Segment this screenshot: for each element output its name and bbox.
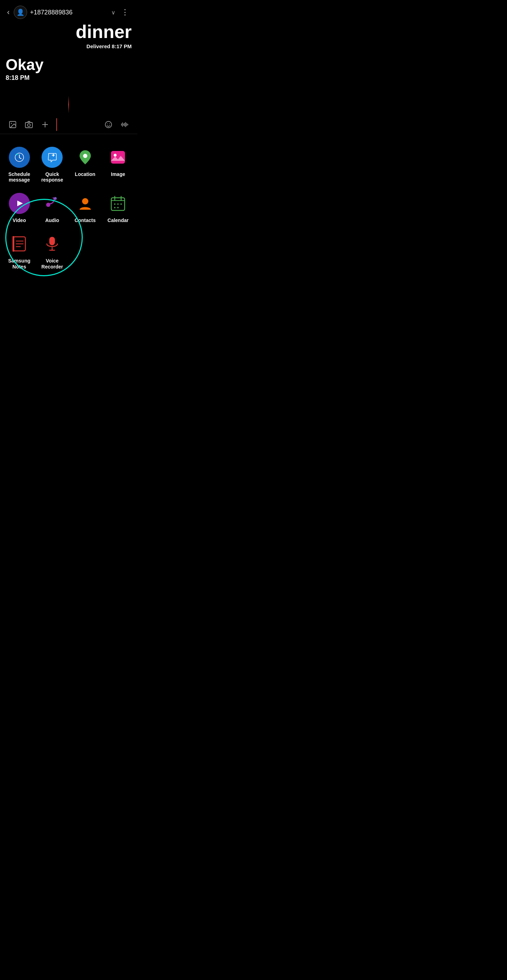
svg-point-24	[54, 197, 57, 200]
svg-point-1	[11, 123, 12, 124]
action-schedule-message[interactable]: Schedulemessage	[3, 143, 36, 189]
samsung-notes-icon	[9, 233, 30, 255]
message-okay: Okay 8:18 PM	[6, 56, 132, 81]
camera-button[interactable]	[22, 118, 36, 132]
message-text-okay: Okay	[6, 56, 44, 73]
svg-rect-20	[111, 151, 125, 164]
more-options-button[interactable]: ⋮	[118, 6, 132, 18]
voice-recorder-label: VoiceRecorder	[41, 258, 63, 270]
divider-line	[68, 96, 69, 113]
action-video[interactable]: Video	[3, 189, 36, 229]
action-location[interactable]: Location	[69, 143, 102, 189]
svg-point-3	[27, 124, 30, 126]
action-contacts[interactable]: Contacts	[69, 189, 102, 229]
quick-response-label: Quickresponse	[41, 171, 63, 183]
delivered-status: Delivered 8:17 PM	[6, 43, 132, 49]
svg-point-23	[46, 203, 50, 207]
message-text-dinner: dinner	[76, 22, 132, 42]
svg-point-6	[105, 121, 112, 128]
header: ‹ 👤 +18728889836 ∨ ⋮	[0, 0, 137, 22]
contacts-label: Contacts	[75, 218, 96, 223]
svg-point-34	[117, 207, 119, 208]
image-label: Image	[111, 171, 125, 177]
svg-point-7	[107, 124, 108, 124]
gallery-button[interactable]	[6, 118, 20, 132]
image-icon	[107, 147, 129, 168]
section-divider	[0, 92, 137, 115]
schedule-message-icon	[9, 147, 30, 168]
bottom-actions: SamsungNotes VoiceRecorder	[0, 229, 137, 275]
action-samsung-notes[interactable]: SamsungNotes	[3, 229, 36, 275]
quick-response-icon	[41, 147, 63, 168]
action-quick-response[interactable]: Quickresponse	[36, 143, 69, 189]
calendar-label: Calendar	[107, 218, 129, 223]
chevron-down-icon[interactable]: ∨	[111, 9, 115, 16]
svg-point-30	[114, 204, 115, 205]
svg-marker-22	[17, 200, 23, 206]
location-label: Location	[75, 171, 96, 177]
avatar-icon: 👤	[16, 8, 24, 16]
svg-point-25	[82, 198, 88, 204]
video-label: Video	[13, 218, 26, 223]
message-time-okay: 8:18 PM	[6, 74, 30, 82]
location-icon	[75, 147, 96, 168]
svg-rect-2	[26, 123, 32, 128]
svg-point-31	[117, 204, 119, 205]
message-dinner: dinner	[6, 22, 132, 42]
audio-icon	[41, 193, 63, 214]
back-button[interactable]: ‹	[6, 6, 11, 18]
plus-button[interactable]	[38, 118, 52, 132]
contacts-icon	[75, 193, 96, 214]
action-audio[interactable]: Audio	[36, 189, 69, 229]
avatar: 👤	[14, 6, 27, 19]
svg-point-21	[114, 154, 116, 157]
action-calendar[interactable]: Calendar	[102, 189, 135, 229]
samsung-notes-label: SamsungNotes	[8, 258, 30, 270]
svg-point-32	[120, 204, 122, 205]
calendar-icon	[107, 193, 129, 214]
phone-number: +18728889836	[30, 9, 107, 16]
audio-wave-button[interactable]	[118, 118, 132, 132]
audio-label: Audio	[45, 218, 59, 223]
emoji-button[interactable]	[101, 118, 115, 132]
svg-point-33	[114, 207, 115, 208]
schedule-message-label: Schedulemessage	[8, 171, 30, 183]
toolbar-divider	[56, 118, 57, 131]
svg-rect-40	[49, 237, 55, 245]
voice-recorder-icon	[41, 233, 63, 255]
svg-point-8	[109, 124, 110, 124]
video-icon	[9, 193, 30, 214]
actions-grid: Schedulemessage Quickresponse Location	[0, 137, 137, 229]
action-voice-recorder[interactable]: VoiceRecorder	[36, 229, 69, 275]
chat-area: dinner Delivered 8:17 PM Okay 8:18 PM	[0, 22, 137, 82]
action-image[interactable]: Image	[102, 143, 135, 189]
message-toolbar	[0, 115, 137, 134]
svg-point-19	[83, 154, 87, 158]
